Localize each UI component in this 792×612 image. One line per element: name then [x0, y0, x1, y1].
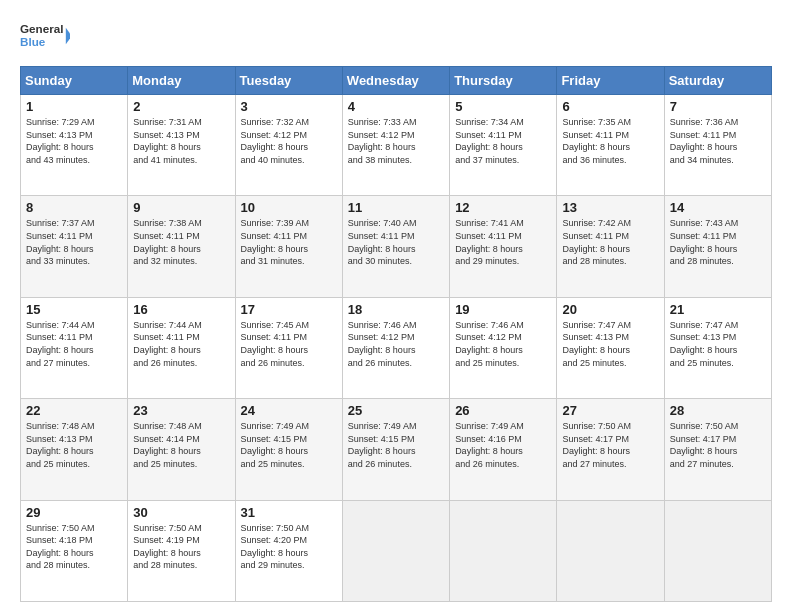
- day-number: 3: [241, 99, 337, 114]
- day-info: Sunrise: 7:49 AM Sunset: 4:15 PM Dayligh…: [241, 420, 337, 470]
- calendar-cell: 2Sunrise: 7:31 AM Sunset: 4:13 PM Daylig…: [128, 95, 235, 196]
- calendar-cell: 26Sunrise: 7:49 AM Sunset: 4:16 PM Dayli…: [450, 399, 557, 500]
- calendar-cell: 15Sunrise: 7:44 AM Sunset: 4:11 PM Dayli…: [21, 297, 128, 398]
- day-info: Sunrise: 7:48 AM Sunset: 4:13 PM Dayligh…: [26, 420, 122, 470]
- calendar-day-header: Sunday: [21, 67, 128, 95]
- day-info: Sunrise: 7:50 AM Sunset: 4:17 PM Dayligh…: [670, 420, 766, 470]
- day-info: Sunrise: 7:37 AM Sunset: 4:11 PM Dayligh…: [26, 217, 122, 267]
- day-number: 5: [455, 99, 551, 114]
- day-info: Sunrise: 7:33 AM Sunset: 4:12 PM Dayligh…: [348, 116, 444, 166]
- day-info: Sunrise: 7:50 AM Sunset: 4:18 PM Dayligh…: [26, 522, 122, 572]
- day-number: 20: [562, 302, 658, 317]
- calendar-week-row: 8Sunrise: 7:37 AM Sunset: 4:11 PM Daylig…: [21, 196, 772, 297]
- calendar-cell: 12Sunrise: 7:41 AM Sunset: 4:11 PM Dayli…: [450, 196, 557, 297]
- day-info: Sunrise: 7:44 AM Sunset: 4:11 PM Dayligh…: [26, 319, 122, 369]
- calendar-cell: 19Sunrise: 7:46 AM Sunset: 4:12 PM Dayli…: [450, 297, 557, 398]
- calendar-cell: 7Sunrise: 7:36 AM Sunset: 4:11 PM Daylig…: [664, 95, 771, 196]
- calendar-cell: 5Sunrise: 7:34 AM Sunset: 4:11 PM Daylig…: [450, 95, 557, 196]
- day-number: 27: [562, 403, 658, 418]
- day-number: 14: [670, 200, 766, 215]
- calendar-body: 1Sunrise: 7:29 AM Sunset: 4:13 PM Daylig…: [21, 95, 772, 602]
- day-number: 4: [348, 99, 444, 114]
- day-number: 29: [26, 505, 122, 520]
- calendar-cell: 13Sunrise: 7:42 AM Sunset: 4:11 PM Dayli…: [557, 196, 664, 297]
- day-info: Sunrise: 7:43 AM Sunset: 4:11 PM Dayligh…: [670, 217, 766, 267]
- svg-text:General: General: [20, 22, 63, 35]
- day-info: Sunrise: 7:49 AM Sunset: 4:16 PM Dayligh…: [455, 420, 551, 470]
- calendar-day-header: Saturday: [664, 67, 771, 95]
- calendar-cell: [664, 500, 771, 601]
- day-info: Sunrise: 7:42 AM Sunset: 4:11 PM Dayligh…: [562, 217, 658, 267]
- day-number: 8: [26, 200, 122, 215]
- day-number: 21: [670, 302, 766, 317]
- day-number: 1: [26, 99, 122, 114]
- day-number: 22: [26, 403, 122, 418]
- day-number: 11: [348, 200, 444, 215]
- calendar-cell: 29Sunrise: 7:50 AM Sunset: 4:18 PM Dayli…: [21, 500, 128, 601]
- calendar-week-row: 29Sunrise: 7:50 AM Sunset: 4:18 PM Dayli…: [21, 500, 772, 601]
- calendar-cell: 10Sunrise: 7:39 AM Sunset: 4:11 PM Dayli…: [235, 196, 342, 297]
- calendar-cell: 22Sunrise: 7:48 AM Sunset: 4:13 PM Dayli…: [21, 399, 128, 500]
- day-number: 10: [241, 200, 337, 215]
- day-number: 24: [241, 403, 337, 418]
- day-info: Sunrise: 7:41 AM Sunset: 4:11 PM Dayligh…: [455, 217, 551, 267]
- logo: General Blue: [20, 16, 70, 56]
- day-info: Sunrise: 7:34 AM Sunset: 4:11 PM Dayligh…: [455, 116, 551, 166]
- calendar-cell: 6Sunrise: 7:35 AM Sunset: 4:11 PM Daylig…: [557, 95, 664, 196]
- day-info: Sunrise: 7:35 AM Sunset: 4:11 PM Dayligh…: [562, 116, 658, 166]
- day-info: Sunrise: 7:47 AM Sunset: 4:13 PM Dayligh…: [670, 319, 766, 369]
- day-number: 13: [562, 200, 658, 215]
- calendar-cell: 14Sunrise: 7:43 AM Sunset: 4:11 PM Dayli…: [664, 196, 771, 297]
- day-number: 30: [133, 505, 229, 520]
- calendar-cell: 8Sunrise: 7:37 AM Sunset: 4:11 PM Daylig…: [21, 196, 128, 297]
- logo-svg: General Blue: [20, 16, 70, 56]
- page: General Blue SundayMondayTuesdayWednesda…: [0, 0, 792, 612]
- day-number: 9: [133, 200, 229, 215]
- day-info: Sunrise: 7:50 AM Sunset: 4:17 PM Dayligh…: [562, 420, 658, 470]
- calendar-cell: [342, 500, 449, 601]
- calendar-day-header: Wednesday: [342, 67, 449, 95]
- day-number: 15: [26, 302, 122, 317]
- day-info: Sunrise: 7:47 AM Sunset: 4:13 PM Dayligh…: [562, 319, 658, 369]
- day-number: 23: [133, 403, 229, 418]
- calendar-cell: [557, 500, 664, 601]
- day-info: Sunrise: 7:32 AM Sunset: 4:12 PM Dayligh…: [241, 116, 337, 166]
- day-info: Sunrise: 7:39 AM Sunset: 4:11 PM Dayligh…: [241, 217, 337, 267]
- day-info: Sunrise: 7:45 AM Sunset: 4:11 PM Dayligh…: [241, 319, 337, 369]
- calendar-week-row: 15Sunrise: 7:44 AM Sunset: 4:11 PM Dayli…: [21, 297, 772, 398]
- calendar-cell: 18Sunrise: 7:46 AM Sunset: 4:12 PM Dayli…: [342, 297, 449, 398]
- day-number: 7: [670, 99, 766, 114]
- header: General Blue: [20, 16, 772, 56]
- day-number: 12: [455, 200, 551, 215]
- calendar-cell: 21Sunrise: 7:47 AM Sunset: 4:13 PM Dayli…: [664, 297, 771, 398]
- svg-text:Blue: Blue: [20, 35, 46, 48]
- calendar-cell: 1Sunrise: 7:29 AM Sunset: 4:13 PM Daylig…: [21, 95, 128, 196]
- calendar-cell: 25Sunrise: 7:49 AM Sunset: 4:15 PM Dayli…: [342, 399, 449, 500]
- day-number: 16: [133, 302, 229, 317]
- day-number: 18: [348, 302, 444, 317]
- day-info: Sunrise: 7:44 AM Sunset: 4:11 PM Dayligh…: [133, 319, 229, 369]
- calendar-day-header: Thursday: [450, 67, 557, 95]
- day-info: Sunrise: 7:40 AM Sunset: 4:11 PM Dayligh…: [348, 217, 444, 267]
- day-number: 26: [455, 403, 551, 418]
- calendar-cell: 23Sunrise: 7:48 AM Sunset: 4:14 PM Dayli…: [128, 399, 235, 500]
- calendar-cell: 31Sunrise: 7:50 AM Sunset: 4:20 PM Dayli…: [235, 500, 342, 601]
- calendar-cell: 30Sunrise: 7:50 AM Sunset: 4:19 PM Dayli…: [128, 500, 235, 601]
- calendar-cell: 28Sunrise: 7:50 AM Sunset: 4:17 PM Dayli…: [664, 399, 771, 500]
- day-number: 2: [133, 99, 229, 114]
- day-number: 17: [241, 302, 337, 317]
- day-info: Sunrise: 7:50 AM Sunset: 4:19 PM Dayligh…: [133, 522, 229, 572]
- calendar-cell: 27Sunrise: 7:50 AM Sunset: 4:17 PM Dayli…: [557, 399, 664, 500]
- calendar-table: SundayMondayTuesdayWednesdayThursdayFrid…: [20, 66, 772, 602]
- day-number: 25: [348, 403, 444, 418]
- day-info: Sunrise: 7:31 AM Sunset: 4:13 PM Dayligh…: [133, 116, 229, 166]
- calendar-cell: [450, 500, 557, 601]
- day-info: Sunrise: 7:49 AM Sunset: 4:15 PM Dayligh…: [348, 420, 444, 470]
- day-info: Sunrise: 7:29 AM Sunset: 4:13 PM Dayligh…: [26, 116, 122, 166]
- day-number: 28: [670, 403, 766, 418]
- calendar-day-header: Tuesday: [235, 67, 342, 95]
- calendar-cell: 9Sunrise: 7:38 AM Sunset: 4:11 PM Daylig…: [128, 196, 235, 297]
- calendar-cell: 11Sunrise: 7:40 AM Sunset: 4:11 PM Dayli…: [342, 196, 449, 297]
- calendar-cell: 17Sunrise: 7:45 AM Sunset: 4:11 PM Dayli…: [235, 297, 342, 398]
- calendar-day-header: Friday: [557, 67, 664, 95]
